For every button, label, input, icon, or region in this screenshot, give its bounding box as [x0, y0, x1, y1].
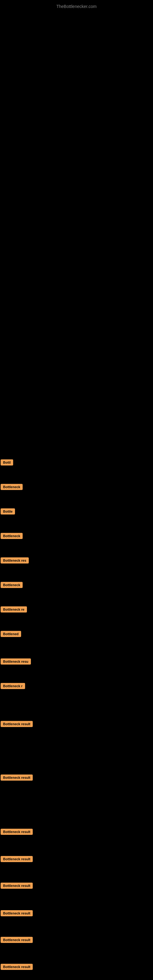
bottleneck-result-label[interactable]: Bottleneck result: [1, 721, 33, 727]
site-title: TheBottlenecker.com: [0, 2, 153, 11]
bottleneck-result-label[interactable]: Bottleneck result: [1, 856, 33, 862]
bottleneck-result-label[interactable]: Bottl: [1, 460, 13, 466]
bottleneck-result-item[interactable]: Bottleneck: [1, 533, 22, 539]
bottleneck-result-item[interactable]: Bottle: [1, 508, 15, 514]
bottleneck-result-item[interactable]: Bottleneck result: [1, 910, 33, 916]
bottleneck-result-label[interactable]: Bottleneck r: [1, 683, 25, 689]
bottleneck-result-item[interactable]: Bottleneck result: [1, 937, 33, 943]
bottleneck-result-label[interactable]: Bottleneck result: [1, 910, 33, 916]
bottleneck-result-label[interactable]: Bottlened: [1, 631, 21, 637]
bottleneck-result-label[interactable]: Bottle: [1, 508, 15, 514]
bottleneck-result-item[interactable]: Bottleneck result: [1, 721, 33, 727]
bottleneck-result-item[interactable]: Bottlened: [1, 631, 21, 637]
bottleneck-result-item[interactable]: Bottleneck result: [1, 775, 33, 781]
bottleneck-result-label[interactable]: Bottleneck resu: [1, 659, 31, 665]
bottleneck-result-label[interactable]: Bottleneck result: [1, 775, 33, 781]
bottleneck-result-label[interactable]: Bottleneck result: [1, 883, 33, 889]
bottleneck-result-item[interactable]: Bottl: [1, 460, 13, 466]
bottleneck-result-item[interactable]: Bottleneck result: [1, 883, 33, 889]
bottleneck-result-label[interactable]: Bottleneck re: [1, 606, 27, 612]
bottleneck-result-item[interactable]: Bottleneck result: [1, 829, 33, 835]
bottleneck-result-item[interactable]: Bottleneck result: [1, 964, 33, 970]
bottleneck-result-item[interactable]: Bottleneck res: [1, 557, 29, 563]
bottleneck-result-label[interactable]: Bottleneck: [1, 582, 22, 588]
bottleneck-result-label[interactable]: Bottleneck result: [1, 937, 33, 943]
bottleneck-result-item[interactable]: Bottleneck resu: [1, 659, 31, 665]
bottleneck-result-item[interactable]: Bottleneck re: [1, 606, 27, 612]
bottleneck-result-label[interactable]: Bottleneck result: [1, 829, 33, 835]
bottleneck-result-label[interactable]: Bottleneck result: [1, 964, 33, 970]
bottleneck-result-item[interactable]: Bottleneck: [1, 582, 22, 588]
bottleneck-result-label[interactable]: Bottleneck: [1, 533, 22, 539]
bottleneck-result-item[interactable]: Bottleneck: [1, 484, 22, 490]
bottleneck-result-item[interactable]: Bottleneck result: [1, 856, 33, 862]
bottleneck-result-item[interactable]: Bottleneck r: [1, 683, 25, 689]
bottleneck-result-label[interactable]: Bottleneck: [1, 484, 22, 490]
bottleneck-result-label[interactable]: Bottleneck res: [1, 557, 29, 563]
